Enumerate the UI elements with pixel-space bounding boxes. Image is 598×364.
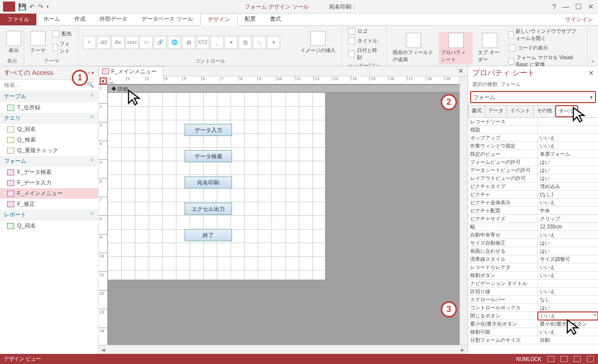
property-row[interactable]: フォームビューの許可はい [468,158,598,166]
property-value[interactable]: なし [538,296,598,303]
property-value[interactable]: はい [538,240,598,247]
button-icon[interactable]: xxxx [125,36,139,49]
property-row[interactable]: ピクチャ配置中央 [468,207,598,215]
view-datasheet-icon[interactable] [561,356,568,362]
detail-section-bar[interactable]: ◆ 詳細 [108,84,463,93]
form-button-control[interactable]: 宛名印刷 [185,176,232,189]
property-row[interactable]: 既定のビュー単票フォーム [468,150,598,158]
ribbon-tab[interactable]: 外部データ [93,13,134,25]
nav-icon[interactable]: ▤ [182,36,195,49]
property-value[interactable]: サイズ調整可 [538,256,598,263]
chevron-down-icon[interactable]: « ▾ [87,70,94,75]
property-row[interactable]: 境界線スタイルサイズ調整可 [468,255,598,263]
form-button-control[interactable]: エクセル出力 [185,203,232,215]
maximize-icon[interactable]: ☐ [575,3,582,11]
nav-item[interactable]: Q_重複チェック [0,145,98,156]
canvas-background[interactable]: ◆ 詳細 データ入力データ検索宛名印刷エクセル出力終了 [108,84,463,345]
property-value[interactable]: いいえ [538,134,598,142]
property-row[interactable]: レコードセレクタいいえ [468,263,598,271]
document-tab[interactable]: F_メインメニュー [99,66,163,76]
view-design-icon[interactable] [587,356,594,362]
property-value[interactable]: はい [538,175,598,182]
themes-button[interactable]: テーマ [28,30,48,55]
view-layout-icon[interactable] [574,356,581,362]
view-code-button[interactable]: コードの表示 [507,43,583,53]
property-row[interactable]: 移動ボタンいいえ [468,271,598,280]
option-group-icon[interactable]: XYZ [196,36,209,49]
property-value[interactable]: はい [538,304,598,311]
title-button[interactable]: タイトル [346,36,382,46]
nav-item[interactable]: Q_宛名 [0,124,98,134]
logo-button[interactable]: ロゴ [346,27,382,36]
nav-item[interactable]: F_データ検索 [0,167,98,177]
insert-image-button[interactable]: イメージの挿入 [298,30,338,55]
ribbon-tab[interactable]: デザイン [200,13,238,26]
ribbon-tab[interactable]: 配置 [238,13,263,25]
colors-button[interactable]: 配色 [51,29,74,38]
view-form-icon[interactable] [547,356,555,362]
chart-icon[interactable]: ▥ [239,36,252,49]
nav-item[interactable]: F_修正 [0,199,98,209]
ribbon-tab[interactable]: データベース ツール [134,13,200,25]
horizontal-scrollbar[interactable]: ◄► [99,345,468,354]
property-row[interactable]: ポップアップいいえ [468,134,598,142]
object-selector-combo[interactable]: フォーム▾ [470,91,596,103]
property-row[interactable]: データシートビューの許可はい [468,166,598,174]
property-row[interactable]: 自動中央寄せいいえ [468,231,598,239]
form-button-control[interactable]: データ検索 [185,150,232,162]
link-icon[interactable]: 🔗 [154,36,167,49]
propsheet-tab[interactable]: データ [485,105,507,117]
signin-link[interactable]: サインイン [560,14,598,25]
add-field-button[interactable]: 既存のフィールドの追加 [391,32,436,64]
textbox-icon[interactable]: ab| [97,36,110,49]
search-icon[interactable]: 🔍 [87,81,94,89]
property-row[interactable]: ナビゲーション タイトル [468,280,598,288]
nav-item[interactable]: F_メインメニュー [0,188,98,199]
property-row[interactable]: 区切り線いいえ [468,288,598,296]
vertical-scrollbar[interactable] [459,76,468,345]
property-value[interactable]: 中央 [538,207,598,214]
property-row[interactable]: レイアウトビューの許可はい [468,174,598,183]
property-value[interactable]: いいえ [538,288,598,295]
web-icon[interactable]: 🌐 [168,36,181,49]
property-value[interactable]: 単票フォーム [538,151,598,158]
chevron-down-icon[interactable]: ▾ [590,94,593,101]
nav-item[interactable]: Q_宛名 [0,220,98,231]
propsheet-tab[interactable]: 書式 [468,105,485,117]
ribbon-tab[interactable]: ホーム [36,13,67,25]
propsheet-tab[interactable]: イベント [507,105,534,117]
property-row[interactable]: ピクチャサイズクリップ [468,215,598,223]
combo-icon[interactable]: ▾ [224,36,238,49]
undo-icon[interactable]: ↶ [29,3,35,11]
datetime-button[interactable]: 日付と時刻 [346,46,382,62]
pagebreak-icon[interactable]: ⎯ [210,36,223,49]
property-value[interactable]: いいえ [538,199,598,206]
property-row[interactable]: 画面に合わせるはい [468,247,598,255]
property-value[interactable]: はい [538,248,598,255]
collapse-ribbon-icon[interactable]: ^ [588,26,598,66]
close-tab-icon[interactable]: ✕ [454,67,468,75]
redo-icon[interactable]: ↷ [38,3,43,11]
property-row[interactable]: サイズ自動修正はい [468,239,598,247]
nav-group-header[interactable]: フォーム☆ [0,156,98,167]
propsheet-tab[interactable]: その他 [533,105,556,117]
view-button[interactable]: 表示 [4,30,23,55]
help-icon[interactable]: ? [552,3,556,11]
property-sheet-button[interactable]: プロパティシート [439,32,473,64]
property-row[interactable]: コントロールボックスはい [468,304,598,312]
nav-group-header[interactable]: レポート☆ [0,209,98,220]
subform-button[interactable]: 新しいウィンドウでサブフォームを開く [507,27,583,43]
property-value[interactable]: はい [538,167,598,174]
fonts-button[interactable]: フォント [51,39,74,56]
tab-order-button[interactable]: タブ オーダー [476,32,503,64]
property-value[interactable]: いいえ [538,232,598,239]
form-grid[interactable]: データ入力データ検索宛名印刷エクセル出力終了 [108,93,325,280]
form-button-control[interactable]: データ入力 [185,124,232,136]
property-value[interactable]: 埋め込み [538,183,598,190]
property-value[interactable]: はい [538,159,598,166]
file-tab[interactable]: ファイル [0,14,36,25]
property-row[interactable]: ピクチャタイプ埋め込み [468,183,598,191]
nav-item[interactable]: Q_検索 [0,134,98,145]
property-row[interactable]: 幅12.335cm [468,223,598,231]
save-icon[interactable]: 💾 [18,3,26,11]
